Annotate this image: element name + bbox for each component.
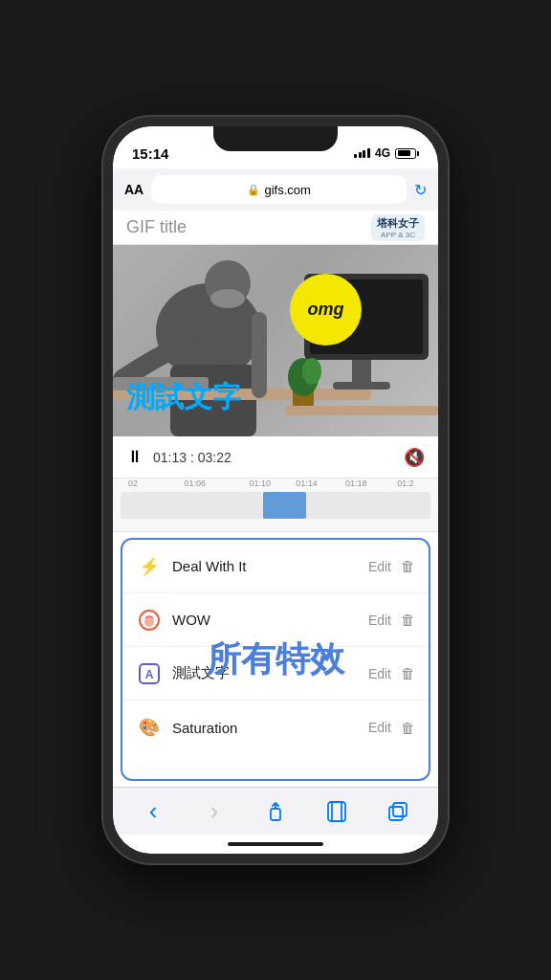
svg-point-13 [302, 358, 321, 385]
status-icons: 4G [354, 146, 419, 160]
effect-actions-3: Edit 🗑 [368, 665, 415, 681]
effect-actions-1: Edit 🗑 [368, 558, 415, 574]
back-button[interactable]: ‹ [134, 792, 172, 831]
edit-button-2[interactable]: Edit [368, 612, 391, 628]
timeline-label-6: 01:2 [397, 479, 414, 488]
aa-button[interactable]: AA [124, 182, 143, 197]
effect-name-2: WOW [172, 612, 368, 628]
svg-rect-10 [333, 382, 390, 390]
delete-button-4[interactable]: 🗑 [401, 720, 415, 736]
effect-row-wow: WOW Edit 🗑 [122, 593, 429, 647]
edit-button-3[interactable]: Edit [368, 666, 391, 681]
svg-rect-19 [271, 809, 280, 820]
svg-rect-23 [393, 803, 407, 816]
lock-icon: 🔒 [247, 184, 260, 196]
svg-rect-22 [389, 807, 403, 820]
timeline-label-1: 02 [128, 479, 138, 488]
effects-list: ⚡ Deal With It Edit 🗑 WOW Edit 🗑 [122, 540, 429, 779]
playback-bar: ⏸ 01:13 : 03:22 🔇 [113, 436, 438, 479]
svg-text:A: A [145, 668, 154, 681]
timeline-label-5: 01:18 [345, 479, 367, 488]
effect-row-deal-with-it: ⚡ Deal With It Edit 🗑 [122, 540, 429, 593]
home-indicator [113, 835, 438, 854]
brand-name: 塔科女子 [377, 216, 419, 231]
brand-sub: APP & 3C [377, 231, 419, 239]
battery-icon [395, 148, 419, 159]
svg-rect-9 [352, 360, 371, 384]
current-time: 01:13 [153, 450, 187, 465]
overlay-text: 測試文字 [126, 378, 241, 417]
omg-badge: omg [290, 274, 362, 345]
url-text: gifs.com [264, 183, 310, 197]
gif-title: GIF title [126, 217, 187, 237]
url-bar[interactable]: 🔒 gifs.com [151, 175, 407, 204]
effect-row-saturation: 🎨 Saturation Edit 🗑 [122, 701, 429, 754]
effect-name-1: Deal With It [172, 558, 368, 574]
wow-icon [136, 607, 163, 634]
phone-screen: 15:14 4G AA 🔒 gifs.com ↻ [113, 126, 438, 854]
network-label: 4G [375, 146, 390, 160]
gif-header: GIF title 塔科女子 APP & 3C [113, 211, 438, 245]
browser-bottom-nav: ‹ › [113, 787, 438, 835]
effect-name-4: Saturation [172, 720, 368, 736]
svg-rect-14 [285, 406, 438, 415]
timeline-label-3: 01:10 [250, 479, 272, 488]
browser-bar: AA 🔒 gifs.com ↻ [113, 168, 438, 211]
timeline-bar[interactable]: 02 01:06 01:10 01:14 01:18 01:2 [113, 479, 438, 532]
omg-text: omg [308, 300, 344, 320]
forward-button[interactable]: › [195, 792, 233, 831]
svg-rect-21 [332, 802, 342, 821]
phone-frame: 15:14 4G AA 🔒 gifs.com ↻ [103, 117, 448, 863]
delete-button-2[interactable]: 🗑 [401, 612, 415, 628]
palette-icon: 🎨 [136, 714, 163, 741]
effects-panel: ⚡ Deal With It Edit 🗑 WOW Edit 🗑 [121, 538, 430, 781]
timeline-track[interactable]: 02 01:06 01:10 01:14 01:18 01:2 [121, 492, 430, 519]
effect-actions-4: Edit 🗑 [368, 720, 415, 736]
svg-point-16 [144, 617, 154, 627]
flash-icon: ⚡ [136, 553, 163, 580]
timeline-label-2: 01:06 [184, 479, 206, 488]
brand-badge: 塔科女子 APP & 3C [371, 214, 425, 241]
timeline-selection [263, 492, 306, 519]
mute-button[interactable]: 🔇 [404, 447, 425, 468]
home-bar [228, 842, 323, 846]
delete-button-3[interactable]: 🗑 [401, 665, 415, 681]
text-effect-icon: A [136, 660, 163, 687]
bookmark-button[interactable] [318, 792, 356, 831]
notch [213, 126, 338, 151]
signal-bars-icon [354, 148, 370, 158]
svg-rect-6 [252, 312, 267, 398]
share-button[interactable] [256, 792, 295, 831]
total-time: 03:22 [198, 450, 231, 465]
svg-rect-20 [328, 802, 345, 821]
edit-button-4[interactable]: Edit [368, 720, 391, 735]
timeline-label-4: 01:14 [296, 479, 318, 488]
effect-actions-2: Edit 🗑 [368, 612, 415, 628]
refresh-button[interactable]: ↻ [414, 181, 427, 199]
effect-row-text: A 測試文字 Edit 🗑 [122, 647, 429, 701]
delete-button-1[interactable]: 🗑 [401, 558, 415, 574]
effect-name-3: 測試文字 [172, 664, 368, 682]
pause-button[interactable]: ⏸ [126, 447, 143, 467]
gif-preview: omg 測試文字 [113, 245, 438, 436]
gif-background: omg 測試文字 [113, 245, 438, 436]
time-separator: : [190, 450, 198, 465]
svg-point-2 [210, 289, 245, 308]
edit-button-1[interactable]: Edit [368, 559, 391, 574]
tabs-button[interactable] [379, 792, 417, 831]
time-display: 01:13 : 03:22 [153, 450, 231, 465]
status-time: 15:14 [132, 145, 168, 162]
